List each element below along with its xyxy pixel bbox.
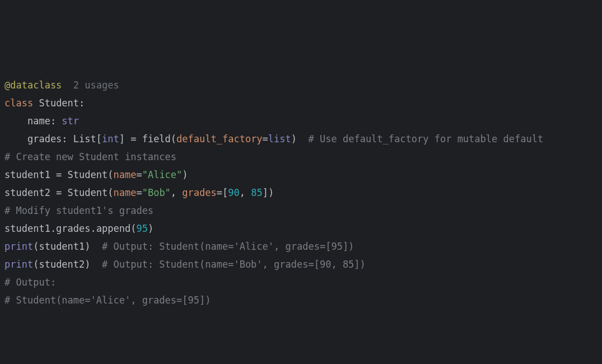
- code-line-comment: # Modify student1's grades: [4, 202, 598, 220]
- code-line-class: class Student:: [4, 94, 598, 112]
- comment: # Student(name='Alice', grades=[95]): [4, 295, 211, 306]
- builtin-print: print: [4, 259, 33, 270]
- comment: # Output:: [4, 277, 56, 288]
- comment: # Output: Student(name='Alice', grades=[…: [102, 241, 354, 252]
- code-line-print: print(student2) # Output: Student(name='…: [4, 255, 598, 273]
- param-name: name: [113, 169, 136, 180]
- code-line-field: grades: List[int] = field(default_factor…: [4, 130, 598, 148]
- type-int: int: [102, 133, 119, 144]
- code-line-call: student1.grades.append(95): [4, 220, 598, 237]
- param-grades: grades: [182, 187, 216, 198]
- decorator: @dataclass: [4, 80, 62, 91]
- code-line-field: name: str: [4, 112, 598, 130]
- code-line-assign: student2 = Student(name="Bob", grades=[9…: [4, 184, 598, 202]
- usages-hint[interactable]: 2 usages: [73, 80, 119, 91]
- param-default-factory: default_factory: [176, 133, 263, 144]
- string-literal: "Alice": [142, 169, 183, 180]
- comment: # Use default_factory for mutable defaul…: [309, 133, 544, 144]
- comment: # Output: Student(name='Bob', grades=[90…: [102, 259, 366, 270]
- code-editor[interactable]: @dataclass 2 usagesclass Student: name: …: [4, 76, 598, 309]
- string-literal: "Bob": [142, 187, 171, 198]
- param-name: name: [113, 187, 136, 198]
- comment: # Create new Student instances: [4, 151, 176, 162]
- builtin-list: list: [268, 133, 291, 144]
- code-line-print: print(student1) # Output: Student(name='…: [4, 237, 598, 255]
- comment: # Modify student1's grades: [4, 205, 153, 216]
- code-line-comment: # Create new Student instances: [4, 148, 598, 166]
- number-literal: 85: [251, 187, 262, 198]
- code-line-assign: student1 = Student(name="Alice"): [4, 166, 598, 184]
- number-literal: 95: [136, 223, 147, 234]
- code-line-decorator: @dataclass 2 usages: [4, 76, 598, 94]
- number-literal: 90: [228, 187, 239, 198]
- type-str: str: [62, 115, 79, 127]
- code-line-comment: # Student(name='Alice', grades=[95]): [4, 291, 598, 309]
- builtin-print: print: [4, 241, 33, 252]
- keyword-class: class: [4, 97, 33, 109]
- code-line-comment: # Output:: [4, 273, 598, 291]
